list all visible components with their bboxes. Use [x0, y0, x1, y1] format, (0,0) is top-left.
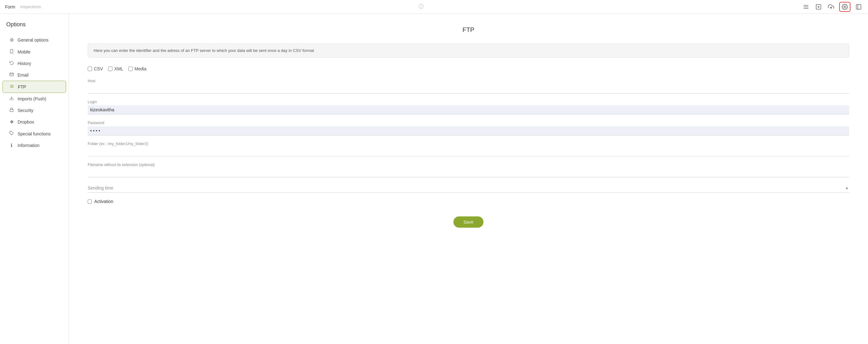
media-checkbox-label[interactable]: Media [128, 66, 147, 71]
settings-button[interactable] [839, 2, 850, 12]
sending-time-field: Sending time [88, 183, 849, 193]
history-icon [9, 61, 14, 66]
sidebar-item-label-dropbox: Dropbox [18, 119, 34, 125]
svg-rect-8 [857, 4, 861, 9]
sending-time-wrapper: Sending time [88, 183, 849, 193]
svg-rect-16 [10, 109, 13, 111]
sidebar-item-mobile[interactable]: Mobile [2, 46, 66, 58]
imports-push-icon [9, 96, 14, 101]
sidebar-item-label-mobile: Mobile [18, 49, 30, 55]
sidebar-item-label-imports-push: Imports (Push) [18, 96, 46, 101]
login-field: Login [88, 100, 849, 114]
list-view-button[interactable] [802, 2, 810, 11]
sidebar-item-label-information: Information [18, 143, 39, 148]
main-panel: FTP Here you can enter the identifier an… [69, 14, 868, 344]
sidebar-item-special-functions[interactable]: Special functions [2, 128, 66, 139]
sidebar-item-label-security: Security [18, 108, 33, 113]
sidebar-title: Options [0, 21, 69, 34]
csv-checkbox-label[interactable]: CSV [88, 66, 103, 71]
general-options-icon: ⚙ [9, 37, 14, 43]
dropbox-icon: ❖ [9, 119, 14, 125]
main-layout: Options ⚙ General options Mobile History… [0, 14, 868, 344]
nav-right [802, 2, 863, 12]
svg-point-7 [844, 6, 846, 7]
folder-input[interactable] [88, 147, 849, 157]
information-icon: ℹ [9, 143, 14, 148]
folder-label: Folder (ex : /my_folder1/my_folder2) [88, 142, 849, 146]
login-input[interactable] [88, 105, 849, 114]
password-label: Password [88, 121, 849, 125]
save-button-wrapper: Save [88, 216, 849, 240]
save-button[interactable]: Save [454, 216, 484, 228]
sidebar-item-label-special-functions: Special functions [18, 131, 51, 136]
password-field: Password [88, 121, 849, 135]
filename-input[interactable] [88, 168, 849, 177]
email-icon [9, 72, 14, 77]
info-box: Here you can enter the identifier and th… [88, 43, 849, 58]
special-functions-icon [9, 131, 14, 136]
sending-time-select[interactable]: Sending time [88, 183, 849, 193]
xml-checkbox[interactable] [108, 67, 113, 71]
activation-checkbox[interactable] [88, 200, 92, 204]
info-icon[interactable]: ⓘ [418, 3, 424, 10]
sidebar-item-information[interactable]: ℹ Information [2, 139, 66, 151]
media-checkbox[interactable] [128, 67, 133, 71]
sidebar-item-email[interactable]: Email [2, 69, 66, 81]
nav-left: Form Inspections [5, 4, 41, 9]
sidebar-item-label-ftp: FTP [18, 84, 26, 90]
sidebar-item-label-general-options: General options [18, 37, 49, 42]
sidebar-item-general-options[interactable]: ⚙ General options [2, 34, 66, 46]
activation-row: Activation [88, 199, 849, 204]
section-title: FTP [88, 26, 849, 33]
sidebar-item-security[interactable]: Security [2, 104, 66, 116]
activation-label: Activation [94, 199, 113, 204]
ftp-icon [9, 84, 15, 90]
top-navigation: Form Inspections ⓘ [0, 0, 868, 14]
csv-checkbox[interactable] [88, 67, 92, 71]
xml-label: XML [114, 66, 123, 71]
mobile-icon [9, 49, 14, 55]
sidebar-item-ftp[interactable]: FTP [2, 81, 66, 93]
format-checkboxes: CSV XML Media [88, 66, 849, 71]
filename-field: Filename without its extension (optional… [88, 163, 849, 177]
media-label: Media [135, 66, 147, 71]
sidebar-item-dropbox[interactable]: ❖ Dropbox [2, 116, 66, 128]
password-input[interactable] [88, 126, 849, 135]
sidebar-item-imports-push[interactable]: Imports (Push) [2, 93, 66, 104]
nav-form-link[interactable]: Form [5, 4, 16, 9]
nav-center: ⓘ [418, 3, 424, 10]
xml-checkbox-label[interactable]: XML [108, 66, 123, 71]
filename-label: Filename without its extension (optional… [88, 163, 849, 167]
export-button[interactable] [814, 2, 823, 11]
login-label: Login [88, 100, 849, 104]
host-label: Host [88, 79, 849, 83]
host-input[interactable] [88, 84, 849, 94]
nav-inspections-link[interactable]: Inspections [20, 4, 41, 9]
host-field: Host [88, 79, 849, 94]
upload-button[interactable] [827, 2, 835, 11]
sidebar: Options ⚙ General options Mobile History… [0, 14, 69, 344]
csv-label: CSV [94, 66, 103, 71]
security-icon [9, 108, 14, 113]
sidebar-item-history[interactable]: History [2, 58, 66, 69]
sidebar-item-label-history: History [18, 61, 31, 66]
svg-rect-10 [10, 49, 13, 53]
folder-field: Folder (ex : /my_folder1/my_folder2) [88, 142, 849, 157]
sidebar-item-label-email: Email [18, 73, 29, 77]
preview-button[interactable] [854, 2, 863, 11]
